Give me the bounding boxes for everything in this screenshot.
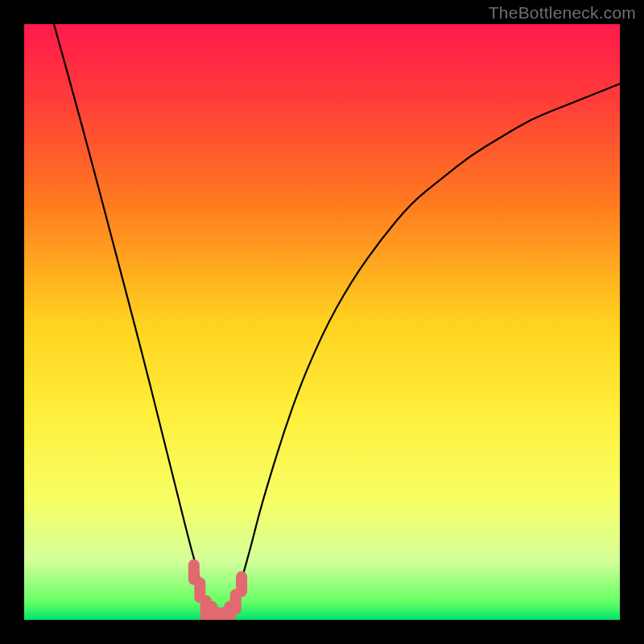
plot-area bbox=[24, 24, 620, 620]
bottleneck-chart bbox=[24, 24, 620, 620]
attribution-text: TheBottleneck.com bbox=[489, 3, 636, 23]
gradient-background bbox=[24, 24, 620, 620]
chart-frame: TheBottleneck.com bbox=[0, 0, 644, 644]
